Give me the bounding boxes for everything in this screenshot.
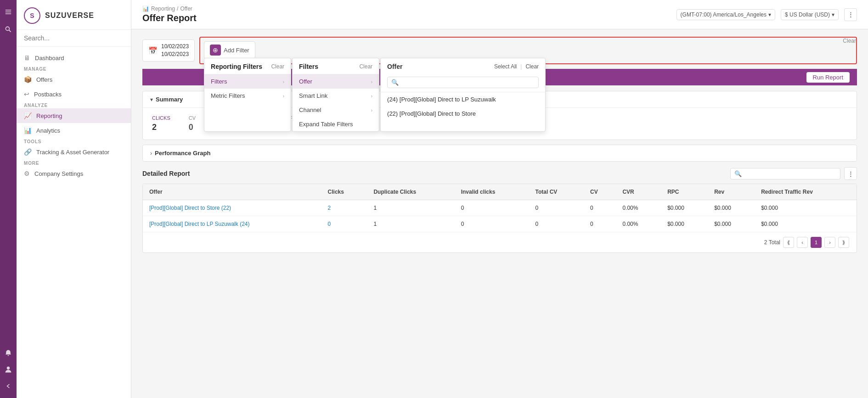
reporting-filters-header: Reporting Filters Clear xyxy=(204,58,291,74)
offer-item-24-label: (24) [Prod][Global] Direct to LP Suzuwal… xyxy=(387,96,496,103)
stat-cv-value: 0 xyxy=(189,123,196,132)
offer-list-item-22[interactable]: (22) [Prod][Global] Direct to Store xyxy=(381,107,545,121)
notification-icon[interactable] xyxy=(2,347,15,359)
performance-graph-section: › Performance Graph xyxy=(142,145,857,162)
hamburger-menu-icon[interactable] xyxy=(2,6,15,18)
offer-search-input[interactable] xyxy=(401,79,535,86)
pagination-last-button[interactable]: ⟫ xyxy=(838,237,849,248)
pagination-prev-button[interactable]: ‹ xyxy=(797,237,808,248)
sidebar-item-offers[interactable]: 📦 Offers xyxy=(17,72,131,87)
more-dots-icon: ⋮ xyxy=(848,11,854,18)
table-cell: $0.000 xyxy=(661,216,708,232)
reporting-filters-panel: Reporting Filters Clear Filters › Metric… xyxy=(204,58,291,132)
col-total-cv: Total CV xyxy=(529,184,584,200)
metric-item-label: Metric Filters xyxy=(211,92,245,99)
col-invalid-clicks: Invalid clicks xyxy=(455,184,529,200)
col-dup-clicks: Duplicate Clicks xyxy=(367,184,454,200)
filter-plus-icon: ⊕ xyxy=(210,45,221,56)
table-cell: $0.000 xyxy=(661,200,708,216)
collapse-icon[interactable] xyxy=(2,380,15,392)
filters-panel-header: Filters Clear xyxy=(293,58,379,74)
col-cvr: CVR xyxy=(616,184,661,200)
search-icon[interactable] xyxy=(2,23,15,36)
user-icon[interactable] xyxy=(2,363,15,376)
breadcrumb-icon: 📊 xyxy=(142,6,149,12)
run-report-button[interactable]: Run Report xyxy=(806,72,850,83)
reporting-icon: 📈 xyxy=(24,112,32,119)
stat-clicks: CLICKS 2 xyxy=(152,115,170,132)
breadcrumb: 📊 Reporting / Offer xyxy=(142,6,197,12)
sidebar-logo: S SUZUVERSE xyxy=(17,0,131,30)
table-cell: $0.000 xyxy=(755,216,857,232)
detailed-report-table: Offer Clicks Duplicate Clicks Invalid cl… xyxy=(143,184,857,232)
table-cell: 0 xyxy=(584,216,616,232)
sidebar-item-company[interactable]: ⚙ Company Settings xyxy=(17,166,131,181)
sidebar-search-input[interactable] xyxy=(24,34,124,42)
table-body: [Prod][Global] Direct to Store (22)21000… xyxy=(143,200,857,232)
filter-item-offer[interactable]: Offer › xyxy=(293,74,379,89)
reporting-filters-item-filters[interactable]: Filters › xyxy=(204,74,291,89)
col-rev: Rev xyxy=(708,184,755,200)
offer-list-item-24[interactable]: (24) [Prod][Global] Direct to LP Suzuwal… xyxy=(381,92,545,107)
currency-selector[interactable]: $ US Dollar (USD) ▾ xyxy=(781,9,839,20)
pagination: 2 Total ⟪ ‹ 1 › ⟫ xyxy=(143,232,857,252)
postbacks-icon: ↩ xyxy=(24,90,29,98)
pagination-first-button[interactable]: ⟪ xyxy=(783,237,794,248)
sidebar-item-reporting[interactable]: 📈 Reporting xyxy=(17,108,131,123)
table-row: [Prod][Global] Direct to LP Suzuwalk (24… xyxy=(143,216,857,232)
add-filter-button[interactable]: ⊕ Add Filter xyxy=(204,41,255,59)
filter-item-channel[interactable]: Channel › xyxy=(293,103,379,117)
main-header: 📊 Reporting / Offer Offer Report (GMT-07… xyxy=(131,0,868,29)
sidebar-item-label-dashboard: Dashboard xyxy=(35,55,64,62)
filter-item-smart-link[interactable]: Smart Link › xyxy=(293,89,379,103)
sidebar-item-label-analytics: Analytics xyxy=(36,127,60,134)
detailed-more-dots-icon: ⋮ xyxy=(848,170,854,177)
table-cell: 0.00% xyxy=(616,200,661,216)
offer-panel-actions: Select All | Clear xyxy=(494,63,539,70)
add-filter-label: Add Filter xyxy=(224,47,249,54)
reporting-filters-item-metric[interactable]: Metric Filters › xyxy=(204,89,291,103)
detailed-report-more-button[interactable]: ⋮ xyxy=(844,167,857,180)
table-cell: 0 xyxy=(529,216,584,232)
sidebar-item-label-company: Company Settings xyxy=(34,170,83,177)
filter-bar: 📅 10/02/2023 10/02/2023 ⊕ Add Filter xyxy=(142,37,857,64)
timezone-label: (GMT-07:00) America/Los_Angeles xyxy=(681,11,767,18)
pagination-next-button[interactable]: › xyxy=(824,237,835,248)
filter-smart-link-chevron-icon: › xyxy=(371,93,372,99)
stat-cv-label: CV xyxy=(189,115,196,121)
offer-select-all[interactable]: Select All xyxy=(494,63,517,70)
currency-chevron-icon: ▾ xyxy=(832,11,834,18)
detailed-report-table-container: Offer Clicks Duplicate Clicks Invalid cl… xyxy=(142,184,857,253)
svg-point-5 xyxy=(7,367,10,370)
table-cell: 0 xyxy=(321,216,367,232)
table-cell[interactable]: [Prod][Global] Direct to LP Suzuwalk (24… xyxy=(143,216,321,232)
col-redirect-rev: Redirect Traffic Rev xyxy=(755,184,857,200)
filter-expand-label: Expand Table Filters xyxy=(299,121,353,128)
icon-bar xyxy=(0,0,17,398)
timezone-selector[interactable]: (GMT-07:00) America/Los_Angeles ▾ xyxy=(676,9,775,20)
offer-search: 🔍 xyxy=(381,74,545,92)
table-cell: $0.000 xyxy=(755,200,857,216)
date-range-button[interactable]: 📅 10/02/2023 10/02/2023 xyxy=(142,39,195,62)
calendar-icon: 📅 xyxy=(148,46,158,55)
header-right: (GMT-07:00) America/Los_Angeles ▾ $ US D… xyxy=(676,8,857,21)
filters-panel-clear[interactable]: Clear xyxy=(359,63,372,70)
table-cell: 0.00% xyxy=(616,216,661,232)
pagination-page-1[interactable]: 1 xyxy=(811,237,822,248)
filter-item-expand[interactable]: Expand Table Filters xyxy=(293,117,379,131)
tracking-icon: 🔗 xyxy=(24,148,32,156)
sidebar: S SUZUVERSE 🖥 Dashboard MANAGE 📦 Offers … xyxy=(17,0,131,398)
date-start: 10/02/2023 xyxy=(161,43,189,50)
svg-point-3 xyxy=(6,27,9,30)
detailed-report-search-input[interactable] xyxy=(744,170,836,177)
perf-graph-header[interactable]: › Performance Graph xyxy=(143,145,857,161)
header-more-button[interactable]: ⋮ xyxy=(844,8,857,21)
timezone-chevron-icon: ▾ xyxy=(768,11,771,18)
table-header-row: Offer Clicks Duplicate Clicks Invalid cl… xyxy=(143,184,857,200)
reporting-filters-clear[interactable]: Clear xyxy=(271,63,284,70)
table-cell[interactable]: [Prod][Global] Direct to Store (22) xyxy=(143,200,321,216)
date-text: 10/02/2023 10/02/2023 xyxy=(161,43,189,58)
page-title: Offer Report xyxy=(142,13,197,23)
offer-clear[interactable]: Clear xyxy=(525,63,539,70)
top-right-clear-button[interactable]: Clear xyxy=(843,38,856,44)
